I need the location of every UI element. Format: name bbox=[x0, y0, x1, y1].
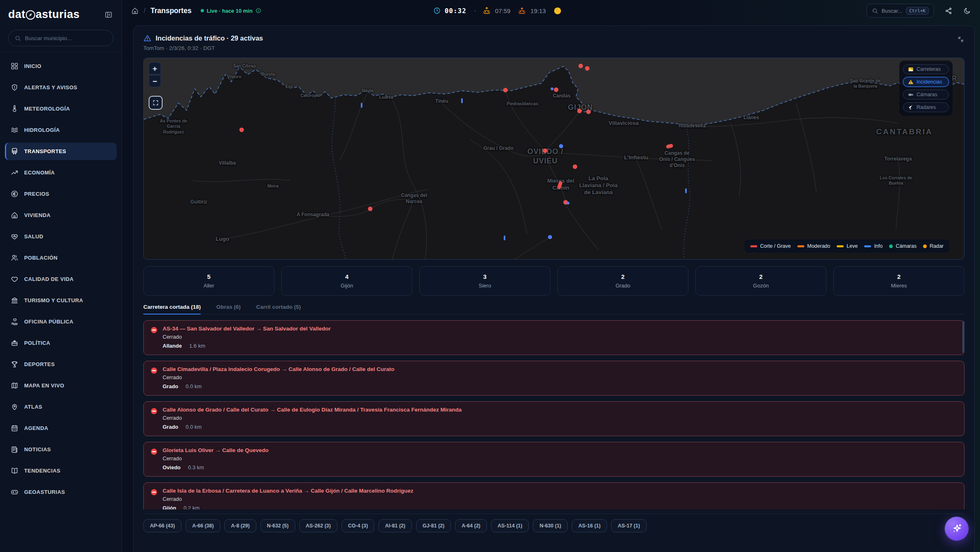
road-chip-as-16-1[interactable]: AS-16 (1) bbox=[572, 519, 607, 532]
sidebar-item-label: PRECIOS bbox=[24, 191, 49, 197]
incident-marker-red[interactable] bbox=[554, 87, 558, 92]
sidebar-item-geoasturias[interactable]: GEOASTURIAS bbox=[5, 483, 117, 501]
road-chip-gj-81-2[interactable]: GJ-81 (2) bbox=[416, 519, 451, 532]
stat-card-grado[interactable]: 2 Grado bbox=[557, 266, 688, 296]
incident-marker-red[interactable] bbox=[585, 66, 590, 70]
global-search-placeholder: Buscar... bbox=[882, 8, 903, 14]
book-open-icon bbox=[11, 467, 18, 475]
card-header: Incidencias de tráfico · 29 activas TomT… bbox=[134, 26, 974, 58]
sidebar-item-meteorologia[interactable]: METEOROLOGÍA bbox=[5, 100, 117, 118]
zoom-out-button[interactable]: − bbox=[149, 75, 161, 87]
map-layer-carreteras[interactable]: Carreteras bbox=[903, 64, 949, 74]
sidebar-item-alertas-y-avisos[interactable]: ALERTAS Y AVISOS bbox=[5, 79, 117, 96]
sidebar-item-poblacion[interactable]: POBLACIÓN bbox=[5, 249, 117, 267]
home-icon[interactable] bbox=[131, 7, 139, 15]
incident-marker-blue[interactable] bbox=[548, 235, 552, 239]
incident-marker-blue-sm[interactable] bbox=[567, 201, 570, 204]
sidebar-header: datasturias bbox=[0, 0, 122, 26]
incident-marker-blue-sm[interactable] bbox=[551, 87, 554, 90]
sidebar-item-politica[interactable]: POLÍTICA bbox=[5, 334, 117, 352]
incident-marker-blue-v[interactable] bbox=[685, 188, 687, 193]
sidebar-item-label: AGENDA bbox=[24, 425, 48, 431]
municipality-search-input[interactable]: Buscar municipio... bbox=[8, 30, 113, 46]
sidebar-item-turismo-y-cultura[interactable]: TURISMO Y CULTURA bbox=[5, 292, 117, 309]
road-chip-n-632-5[interactable]: N-632 (5) bbox=[260, 519, 295, 532]
sidebar-item-economia[interactable]: ECONOMÍA bbox=[5, 164, 117, 181]
sidebar-item-tendencias[interactable]: TENDENCIAS bbox=[5, 462, 117, 480]
sidebar-item-inicio[interactable]: INICIO bbox=[5, 57, 117, 75]
tab-carretera-cortada-18[interactable]: Carretera cortada (18) bbox=[143, 304, 201, 314]
sidebar-item-atlas[interactable]: ATLAS bbox=[5, 398, 117, 416]
incident-marker-red-h[interactable] bbox=[666, 144, 674, 149]
sidebar-item-hidrologia[interactable]: HIDROLOGÍA bbox=[5, 121, 117, 139]
shield-alert-icon bbox=[11, 84, 18, 91]
incident-row[interactable]: AS-34 — San Salvador del Valledor → San … bbox=[143, 320, 964, 355]
road-chip-a-66-38[interactable]: A-66 (38) bbox=[186, 519, 220, 532]
incident-marker-red[interactable] bbox=[577, 109, 582, 113]
sidebar-item-deportes[interactable]: DEPORTES bbox=[5, 355, 117, 373]
road-chip-co-4-3[interactable]: CO-4 (3) bbox=[342, 519, 375, 532]
incident-marker-red-v[interactable] bbox=[557, 181, 562, 189]
sidebar-item-noticias[interactable]: NOTICIAS bbox=[5, 441, 117, 458]
incident-marker-red[interactable] bbox=[573, 164, 577, 169]
road-chip-as-262-3[interactable]: AS-262 (3) bbox=[299, 519, 337, 532]
sidebar-item-oficina-publica[interactable]: OFICINA PÚBLICA bbox=[5, 313, 117, 330]
incident-title: Calle Cimadevilla / Plaza Indalecio Coru… bbox=[163, 366, 394, 372]
sidebar-item-label: MAPA EN VIVO bbox=[24, 382, 64, 389]
incident-row[interactable]: Calle Isla de la Erbosa / Carretera de L… bbox=[143, 482, 964, 509]
sidebar-item-calidad-de-vida[interactable]: CALIDAD DE VIDA bbox=[5, 270, 117, 288]
list-scrollbar-thumb[interactable] bbox=[962, 321, 964, 353]
traffic-map[interactable]: ViveiroSan CibraoBurelaFozCastropolNavia… bbox=[143, 58, 964, 260]
sidebar-item-agenda[interactable]: AGENDA bbox=[5, 419, 117, 437]
stat-card-siero[interactable]: 3 Siero bbox=[419, 266, 550, 296]
global-search-button[interactable]: Buscar... Ctrl+K bbox=[867, 4, 934, 18]
sidebar-item-vivienda[interactable]: VIVIENDA bbox=[5, 206, 117, 224]
map-layer-camaras[interactable]: Cámaras bbox=[903, 90, 949, 100]
sidebar-item-transportes[interactable]: TRANSPORTES bbox=[5, 143, 117, 160]
road-chip-as-114-1[interactable]: AS-114 (1) bbox=[491, 519, 529, 532]
sidebar-item-precios[interactable]: PRECIOS bbox=[5, 185, 117, 203]
dark-mode-icon[interactable] bbox=[963, 7, 971, 15]
panel-collapse-icon[interactable] bbox=[104, 11, 113, 19]
stat-card-aller[interactable]: 5 Aller bbox=[143, 266, 274, 296]
incident-marker-blue-v[interactable] bbox=[361, 103, 362, 108]
incident-marker-red[interactable] bbox=[579, 63, 583, 68]
stat-card-gozon[interactable]: 2 Gozón bbox=[695, 266, 826, 296]
incident-row[interactable]: Glorieta Luis Oliver → Calle de Quevedo … bbox=[143, 442, 964, 477]
incident-meta: Grado 0.0 km bbox=[163, 424, 462, 430]
info-icon[interactable] bbox=[256, 8, 261, 14]
tab-carril-cortado-5[interactable]: Carril cortado (5) bbox=[256, 304, 301, 314]
map-layer-incidencias[interactable]: Incidencias bbox=[903, 77, 949, 87]
share-icon[interactable] bbox=[945, 7, 953, 15]
stat-card-mieres[interactable]: 2 Mieres bbox=[833, 266, 964, 296]
incident-row[interactable]: Calle Alonso de Grado / Calle del Curato… bbox=[143, 401, 964, 436]
map-layer-radares[interactable]: Radares bbox=[903, 102, 949, 112]
minimize-icon[interactable] bbox=[957, 36, 964, 43]
road-chip-a-64-2[interactable]: A-64 (2) bbox=[455, 519, 487, 532]
road-chip-ai-81-2[interactable]: AI-81 (2) bbox=[378, 519, 412, 532]
incident-marker-blue[interactable] bbox=[559, 144, 563, 148]
incident-marker-red[interactable] bbox=[503, 88, 508, 92]
road-chip-a-8-29[interactable]: A-8 (29) bbox=[224, 519, 256, 532]
fullscreen-button[interactable] bbox=[149, 96, 163, 110]
tab-obras-6[interactable]: Obras (6) bbox=[216, 304, 240, 314]
incident-marker-red[interactable] bbox=[239, 128, 244, 132]
stat-card-gijon[interactable]: 4 Gijón bbox=[281, 266, 412, 296]
incident-marker-red[interactable] bbox=[543, 149, 547, 153]
road-chip-as-17-1[interactable]: AS-17 (1) bbox=[611, 519, 646, 532]
incident-list: AS-34 — San Salvador del Valledor → San … bbox=[143, 320, 964, 509]
sidebar-item-salud[interactable]: SALUD bbox=[5, 228, 117, 245]
incident-marker-blue-v[interactable] bbox=[461, 98, 463, 103]
zoom-in-button[interactable]: + bbox=[149, 62, 161, 75]
incident-marker-red[interactable] bbox=[368, 206, 373, 211]
legend-item-info: Info bbox=[864, 243, 883, 249]
assistant-fab[interactable] bbox=[945, 517, 969, 541]
sidebar-item-mapa-en-vivo[interactable]: MAPA EN VIVO bbox=[5, 377, 117, 394]
incident-marker-red[interactable] bbox=[586, 110, 591, 114]
incident-marker-blue-v[interactable] bbox=[504, 235, 505, 240]
incident-body: Calle Isla de la Erbosa / Carretera de L… bbox=[163, 488, 413, 509]
road-chip-ap-66-43[interactable]: AP-66 (43) bbox=[143, 519, 181, 532]
fullscreen-icon bbox=[152, 100, 159, 106]
road-chip-n-630-1[interactable]: N-630 (1) bbox=[533, 519, 568, 532]
incident-row[interactable]: Calle Cimadevilla / Plaza Indalecio Coru… bbox=[143, 361, 964, 396]
